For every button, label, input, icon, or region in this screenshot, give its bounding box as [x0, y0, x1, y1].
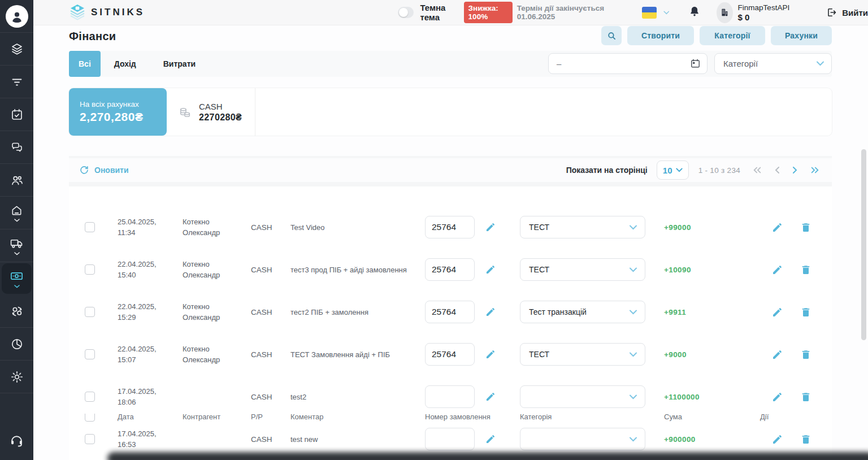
category-select[interactable]: ТЕСТ — [520, 258, 645, 281]
row-comment: тест3 прод ПІБ + айді замовлення — [290, 266, 425, 274]
edit-row-button[interactable] — [771, 222, 783, 233]
bell-icon — [688, 5, 701, 18]
chevron-down-icon — [14, 285, 20, 288]
dark-theme-toggle[interactable] — [398, 7, 414, 18]
categories-button[interactable]: Категорії — [700, 26, 765, 45]
order-number-input[interactable]: 25764 — [425, 301, 475, 323]
edit-row-button[interactable] — [771, 349, 783, 361]
accounts-button[interactable]: Рахунки — [771, 26, 832, 45]
home-icon — [10, 204, 23, 217]
first-page-button[interactable] — [753, 167, 762, 173]
refresh-label: Оновити — [94, 166, 129, 175]
per-page-select[interactable]: 10 — [657, 160, 689, 180]
edit-order-button[interactable] — [485, 264, 496, 275]
pencil-icon — [771, 349, 783, 361]
category-select[interactable]: Тест транзакцій — [520, 301, 645, 323]
edit-order-button[interactable] — [485, 433, 496, 445]
row-sum: +1100000 — [664, 393, 760, 401]
sidebar-item-filter[interactable] — [0, 66, 33, 98]
tab-all[interactable]: Всі — [69, 51, 101, 77]
delete-row-button[interactable] — [800, 391, 811, 403]
edit-row-button[interactable] — [771, 264, 783, 276]
prev-page-button[interactable] — [774, 167, 780, 173]
order-number-input[interactable]: 25764 — [425, 258, 475, 281]
edit-row-button[interactable] — [771, 306, 783, 318]
sitniks-logo-icon — [69, 4, 86, 21]
search-button[interactable] — [601, 26, 622, 45]
refresh-button[interactable]: Оновити — [79, 165, 129, 175]
delete-row-button[interactable] — [800, 306, 811, 318]
sidebar-item-finance-active[interactable] — [0, 262, 33, 295]
topbar: SITNIKS Темна тема Знижка: 100% Термін д… — [33, 0, 868, 25]
organization-balance: $ 0 — [738, 12, 790, 22]
edit-order-button[interactable] — [485, 306, 496, 318]
logout-button[interactable]: Вийти — [826, 7, 868, 18]
sidebar-item-exchange[interactable] — [0, 295, 33, 328]
next-page-button[interactable] — [792, 167, 798, 173]
date-range-input[interactable]: – — [548, 53, 708, 74]
sidebar-item-chat[interactable] — [0, 131, 33, 164]
cash-account-card[interactable]: CASH 2270280₴ — [167, 88, 255, 136]
category-select[interactable]: ТЕСТ — [520, 216, 645, 238]
row-checkbox[interactable] — [85, 222, 95, 232]
delete-row-button[interactable] — [800, 222, 811, 233]
language-chevron-icon[interactable] — [663, 10, 670, 15]
sidebar-item-support[interactable] — [0, 424, 33, 457]
notifications-button[interactable] — [688, 5, 701, 20]
edit-row-button[interactable] — [771, 391, 783, 403]
row-checkbox[interactable] — [85, 307, 95, 317]
page-title: Фінанси — [69, 30, 116, 43]
sidebar-item-clients[interactable] — [0, 164, 33, 197]
sidebar-item-layers[interactable] — [0, 33, 33, 66]
chevron-down-icon — [629, 310, 637, 315]
brand[interactable]: SITNIKS — [69, 4, 145, 21]
sidebar-item-calendar[interactable] — [0, 98, 33, 131]
delete-row-button[interactable] — [800, 264, 811, 276]
sidebar-item-profile[interactable] — [0, 0, 33, 33]
edit-row-button[interactable] — [771, 433, 783, 445]
per-page-value: 10 — [663, 166, 672, 175]
row-comment: test2 — [290, 393, 425, 401]
category-select[interactable]: ТЕСТ — [520, 343, 645, 366]
delete-row-button[interactable] — [800, 349, 811, 361]
edit-order-button[interactable] — [485, 349, 496, 360]
last-page-button[interactable] — [810, 167, 819, 173]
row-counterparty: КотекноОлександр — [183, 216, 251, 238]
order-number-input[interactable]: 25764 — [425, 216, 475, 238]
row-checkbox[interactable] — [85, 264, 95, 275]
category-select[interactable] — [520, 428, 645, 450]
sidebar-item-stats[interactable] — [0, 328, 33, 361]
organization-avatar[interactable] — [717, 2, 732, 23]
edit-order-button[interactable] — [485, 391, 496, 402]
row-actions — [760, 433, 832, 445]
row-category-cell: ТЕСТ — [520, 343, 664, 366]
sidebar-item-home[interactable] — [0, 197, 33, 229]
sidebar-item-settings[interactable] — [0, 361, 33, 393]
total-balance-card[interactable]: На всіх рахунках 2,270,280₴ — [69, 88, 167, 136]
row-checkbox[interactable] — [85, 392, 95, 402]
logout-label: Вийти — [842, 8, 868, 18]
language-flag-ukraine[interactable] — [642, 7, 656, 19]
tab-income[interactable]: Дохід — [101, 51, 150, 77]
sidebar-item-delivery[interactable] — [0, 229, 33, 262]
edit-order-button[interactable] — [485, 222, 496, 233]
pencil-icon — [485, 349, 496, 360]
organization-info[interactable]: FinmapTestAPI $ 0 — [738, 3, 790, 22]
finance-app: SITNIKS Темна тема Знижка: 100% Термін д… — [0, 0, 868, 460]
row-date: 17.04.2025,18:06 — [118, 386, 183, 407]
tab-expenses[interactable]: Витрати — [150, 51, 209, 77]
delete-row-button[interactable] — [800, 433, 811, 445]
category-filter-select[interactable]: Категорії — [714, 53, 832, 74]
vertical-scrollbar[interactable] — [861, 149, 866, 340]
order-number-input[interactable] — [425, 428, 475, 450]
category-select[interactable] — [520, 385, 645, 408]
order-number-input[interactable]: 25764 — [425, 343, 475, 366]
create-button[interactable]: Створити — [627, 26, 694, 45]
row-checkbox[interactable] — [85, 434, 95, 444]
toggle-knob — [399, 8, 408, 17]
order-number-input[interactable] — [425, 385, 475, 408]
table-row: 22.04.2025,15:40 КотекноОлександр CASH т… — [69, 253, 832, 287]
row-sum: +99000 — [664, 223, 760, 232]
row-account: CASH — [251, 350, 290, 359]
row-checkbox[interactable] — [85, 349, 95, 359]
